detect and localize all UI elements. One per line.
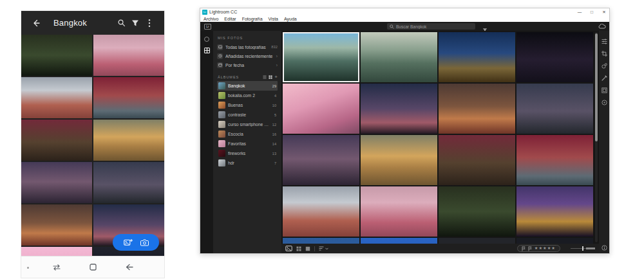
- photo-thumbnail[interactable]: [93, 120, 164, 161]
- square-grid-view-icon[interactable]: [296, 246, 301, 251]
- album-item[interactable]: bokalia.com 2 4: [217, 91, 278, 100]
- album-item[interactable]: Favoritas 14: [217, 139, 278, 148]
- photo-thumbnail[interactable]: [283, 135, 359, 185]
- menu-archivo[interactable]: Archivo: [204, 17, 218, 21]
- overflow-menu-icon[interactable]: [142, 16, 156, 30]
- back-arrow-icon[interactable]: [29, 16, 43, 30]
- photo-thumbnail-selected[interactable]: [283, 32, 359, 82]
- album-item[interactable]: curso smartphone photography 12: [217, 120, 278, 129]
- add-album-icon[interactable]: +: [274, 75, 278, 80]
- grid-view-icon[interactable]: [269, 75, 272, 79]
- add-photo-icon[interactable]: [124, 239, 133, 246]
- healing-brush-icon[interactable]: [601, 63, 607, 69]
- sidebar-item-by-date[interactable]: Por fecha ›: [217, 60, 278, 69]
- sidebar-item-recently-added[interactable]: Añadidas recientemente ›: [217, 51, 278, 60]
- photo-thumbnail[interactable]: [21, 162, 92, 203]
- photo-thumbnail[interactable]: [21, 77, 92, 118]
- item-label: Por fecha: [225, 63, 274, 68]
- list-view-icon[interactable]: [263, 75, 267, 79]
- menu-ayuda[interactable]: Ayuda: [284, 17, 297, 21]
- item-label: Todas las fotografías: [225, 45, 269, 50]
- album-item[interactable]: Escocia 16: [217, 129, 278, 139]
- album-item[interactable]: fireworks 13: [217, 148, 278, 158]
- mobile-lightroom-app: Bangkok: [21, 11, 164, 278]
- sync-cloud-icon[interactable]: [598, 24, 606, 29]
- photo-thumbnail[interactable]: [21, 247, 92, 256]
- album-count: 5: [274, 113, 276, 117]
- camera-icon[interactable]: [140, 239, 149, 246]
- star-rating[interactable]: ★★★★★: [535, 246, 556, 250]
- window-title-bar[interactable]: Lr Lightroom CC — □ ✕: [200, 8, 609, 15]
- info-icon[interactable]: [601, 245, 607, 251]
- photo-thumbnail[interactable]: [439, 186, 515, 237]
- album-item[interactable]: hdr 7: [217, 158, 278, 168]
- single-view-icon[interactable]: [305, 246, 310, 251]
- album-count: 29: [272, 84, 276, 88]
- radial-gradient-icon[interactable]: [601, 100, 607, 105]
- album-name: contraste: [228, 113, 272, 117]
- photo-thumbnail[interactable]: [439, 32, 515, 82]
- scrollbar[interactable]: [595, 32, 598, 242]
- album-thumbnail: [218, 82, 225, 89]
- photo-grid-view-icon[interactable]: [285, 246, 292, 251]
- photo-thumbnail[interactable]: [93, 77, 164, 118]
- album-item[interactable]: Buenas 10: [217, 100, 278, 110]
- menu-editar[interactable]: Editar: [224, 17, 236, 21]
- album-thumbnail: [218, 159, 225, 166]
- screenshot-canvas: Bangkok: [0, 0, 644, 279]
- album-name: bokalia.com 2: [228, 93, 272, 98]
- photo-grid-area: ★★★★★: [281, 31, 599, 253]
- search-box[interactable]: [387, 23, 475, 30]
- photo-thumbnail[interactable]: [361, 135, 437, 185]
- chevron-right-icon: ›: [276, 63, 278, 68]
- sidebar-item-all-photos[interactable]: Todas las fotografías 832: [217, 42, 278, 51]
- photo-thumbnail[interactable]: [21, 204, 92, 246]
- photo-thumbnail[interactable]: [283, 186, 359, 237]
- menu-vista[interactable]: Vista: [269, 17, 278, 21]
- brush-icon[interactable]: [601, 75, 607, 81]
- photo-thumbnail[interactable]: [283, 84, 359, 134]
- crop-icon[interactable]: [601, 51, 607, 57]
- sort-icon[interactable]: [319, 246, 328, 251]
- photo-thumbnail[interactable]: [21, 120, 92, 161]
- all-photos-icon: [217, 44, 223, 50]
- photo-thumbnail[interactable]: [93, 35, 164, 76]
- minimize-button[interactable]: —: [574, 9, 585, 15]
- photo-thumbnail[interactable]: [93, 162, 164, 203]
- home-icon[interactable]: [90, 264, 97, 271]
- album-item[interactable]: contraste 5: [217, 110, 278, 120]
- add-photos-fab[interactable]: [113, 234, 159, 251]
- frame-icon[interactable]: [601, 87, 607, 93]
- album-thumbnail: [218, 102, 225, 109]
- photo-thumbnail[interactable]: [516, 135, 593, 185]
- pick-flag-icon[interactable]: [522, 246, 526, 251]
- scrollbar-thumb[interactable]: [595, 33, 598, 141]
- close-button[interactable]: ✕: [599, 9, 609, 15]
- photo-thumbnail[interactable]: [361, 186, 437, 237]
- photo-thumbnail[interactable]: [516, 32, 593, 82]
- back-icon[interactable]: [125, 264, 133, 271]
- thumbnail-size-slider[interactable]: [571, 246, 595, 251]
- photo-thumbnail[interactable]: [516, 186, 593, 237]
- recents-icon[interactable]: [52, 264, 61, 271]
- photo-thumbnail[interactable]: [21, 35, 92, 76]
- photo-thumbnail[interactable]: [516, 84, 593, 134]
- search-icon: [390, 24, 394, 29]
- maximize-button[interactable]: □: [587, 9, 597, 15]
- reject-flag-icon[interactable]: [528, 246, 532, 251]
- search-icon[interactable]: [114, 16, 128, 30]
- photo-thumbnail[interactable]: [439, 135, 515, 185]
- edit-sliders-icon[interactable]: [601, 39, 607, 44]
- album-item-bangkok[interactable]: Bangkok 29: [217, 81, 278, 91]
- menu-fotografia[interactable]: Fotografía: [242, 17, 263, 21]
- filter-funnel-icon[interactable]: [128, 16, 142, 30]
- bottom-toolbar: ★★★★★: [281, 244, 599, 253]
- my-photos-icon[interactable]: [204, 48, 210, 53]
- photo-thumbnail[interactable]: [361, 32, 437, 82]
- album-title: Bangkok: [53, 18, 87, 28]
- sidebar: MIS FOTOS Todas las fotografías 832 Añad…: [213, 31, 281, 253]
- photo-thumbnail[interactable]: [439, 84, 515, 134]
- photo-thumbnail[interactable]: [361, 84, 437, 134]
- search-input[interactable]: [396, 24, 467, 29]
- home-icon[interactable]: [204, 37, 209, 42]
